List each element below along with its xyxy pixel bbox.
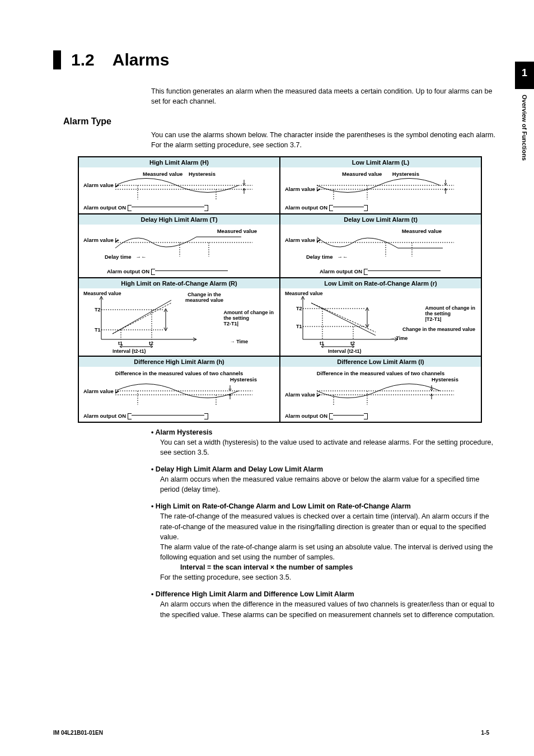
page-footer: IM 04L21B01-01EN 1-5	[53, 730, 489, 736]
intro-text: This function generates an alarm when th…	[151, 86, 500, 106]
formula: Interval = the scan interval × the numbe…	[180, 562, 500, 572]
bullet-body: An alarm occurs when the difference in t…	[160, 599, 500, 619]
dia-header: Difference High Limit Alarm (h)	[79, 357, 279, 367]
svg-text:T2: T2	[95, 307, 101, 312]
dia-high-limit: Measured value Hysteresis Alarm value	[79, 167, 279, 213]
bullet-title: High Limit on Rate-of-Change Alarm and L…	[151, 501, 500, 511]
bullet-title: Difference High Limit Alarm and Differen…	[151, 589, 500, 599]
svg-line-39	[311, 303, 376, 332]
section-title: Alarms	[113, 50, 170, 69]
doc-number: IM 04L21B01-01EN	[53, 730, 103, 736]
dia-header: Delay High Limit Alarm (T)	[79, 214, 279, 225]
dia-low-limit: Measured value Hysteresis Alarm val	[280, 167, 481, 213]
bullet-body: An alarm occurs when the measured value …	[160, 474, 500, 494]
svg-text:T1: T1	[95, 327, 101, 333]
chapter-number: 1	[515, 62, 534, 89]
dia-header: Low Limit on Rate-of-Change Alarm (r)	[280, 278, 481, 288]
svg-text:T2: T2	[296, 306, 302, 311]
alarm-diagram-table: High Limit Alarm (H) Measured value Hyst…	[78, 156, 482, 423]
dia-header: Delay Low Limit Alarm (t)	[280, 214, 481, 225]
bullet-body: The alarm value of the rate-of-change al…	[160, 542, 500, 562]
chapter-tab: 1 Overview of Functions	[515, 62, 534, 161]
page-number: 1-5	[481, 730, 489, 736]
bullet-list: Alarm Hysteresis You can set a width (hy…	[151, 427, 500, 620]
dia-header: Difference Low Limit Alarm (l)	[280, 357, 481, 367]
svg-text:t2: t2	[350, 340, 355, 346]
chapter-title: Overview of Functions	[521, 95, 528, 161]
svg-line-25	[113, 303, 171, 334]
dia-diff-low: Difference in the measured values of two…	[280, 367, 481, 422]
svg-line-24	[113, 300, 171, 334]
dia-delay-low: Measured value Alarm value Delay time →←…	[280, 225, 481, 277]
alarm-type-body: You can use the alarms shown below. The …	[151, 130, 500, 150]
bullet-title: Alarm Hysteresis	[151, 427, 500, 437]
bullet-body: The rate-of-change of the measured value…	[160, 511, 500, 542]
section-heading: 1.2 Alarms	[53, 50, 500, 69]
svg-text:T1: T1	[296, 324, 302, 329]
heading-bar	[53, 50, 61, 69]
dia-roc-high: Measured value Change in themeasured val…	[79, 288, 279, 356]
dia-header: High Limit on Rate-of-Change Alarm (R)	[79, 278, 279, 288]
dia-header: Low Limit Alarm (L)	[280, 157, 481, 167]
dia-diff-high: Difference in the measured values of two…	[79, 367, 279, 422]
svg-line-38	[311, 303, 376, 335]
dia-roc-low: Measured value Amount of change in the s…	[280, 288, 481, 356]
dia-header: High Limit Alarm (H)	[79, 157, 279, 167]
bullet-body: For the setting procedure, see section 3…	[160, 572, 500, 582]
alarm-type-heading: Alarm Type	[63, 116, 500, 127]
svg-text:t2: t2	[149, 340, 153, 346]
dia-delay-high: Measured value Alarm value Delay time →←…	[79, 225, 279, 277]
bullet-title: Delay High Limit Alarm and Delay Low Lim…	[151, 464, 500, 474]
section-number: 1.2	[71, 50, 95, 69]
bullet-body: You can set a width (hysteresis) to the …	[160, 437, 500, 458]
